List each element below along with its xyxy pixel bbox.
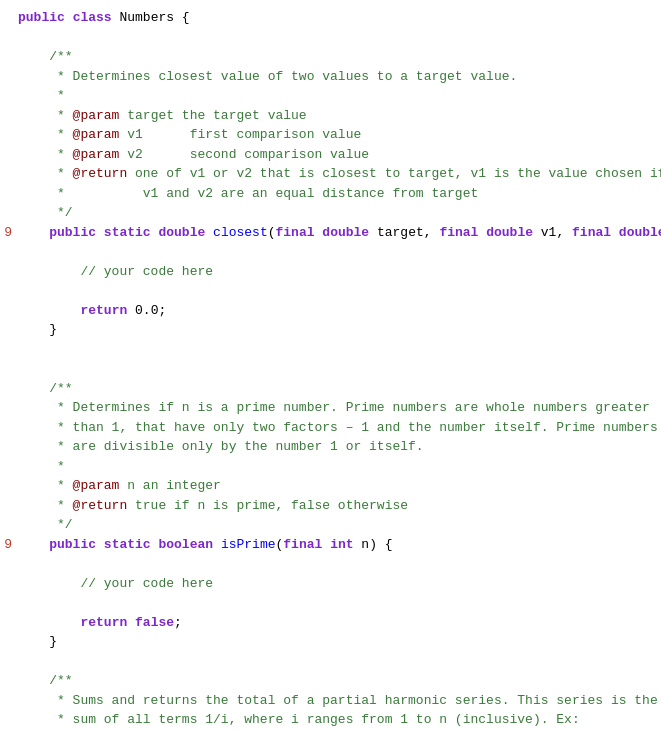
line-content: /**	[14, 47, 661, 67]
token-plain	[611, 225, 619, 240]
code-line	[0, 359, 661, 379]
line-content: * v1 and v2 are an equal distance from t…	[14, 184, 661, 204]
token-cm: /**	[18, 673, 73, 688]
code-line: }	[0, 632, 661, 652]
token-cm: * than 1, that have only two factors – 1…	[18, 420, 658, 435]
code-line: * @param v1 first comparison value	[0, 125, 661, 145]
line-content: return 0.0;	[14, 301, 661, 321]
token-cm: n an integer	[119, 478, 220, 493]
token-plain: v1,	[533, 225, 572, 240]
code-line: */	[0, 203, 661, 223]
token-cm: *	[18, 88, 65, 103]
token-cm: one of v1 or v2 that is closest to targe…	[127, 166, 661, 181]
line-content	[14, 340, 661, 360]
line-content: return false;	[14, 613, 661, 633]
code-editor: public class Numbers { /** * Determines …	[0, 0, 661, 730]
token-plain	[213, 537, 221, 552]
token-cm: true if n is prime, false otherwise	[127, 498, 408, 513]
line-content: }	[14, 320, 661, 340]
code-line	[0, 340, 661, 360]
line-content	[14, 359, 661, 379]
token-cm: *	[18, 166, 73, 181]
code-line: /**	[0, 47, 661, 67]
token-cm: target the target value	[119, 108, 306, 123]
token-kw: return	[80, 303, 127, 318]
token-kw: boolean	[158, 537, 213, 552]
line-content: // your code here	[14, 574, 661, 594]
token-kw: final	[572, 225, 611, 240]
line-content: *	[14, 86, 661, 106]
line-gutter: 9	[0, 223, 14, 243]
token-annot: @param	[73, 147, 120, 162]
line-content: public static double closest(final doubl…	[14, 223, 661, 243]
line-content: * @param v2 second comparison value	[14, 145, 661, 165]
token-plain	[18, 615, 80, 630]
token-annot: @return	[73, 166, 128, 181]
code-line: 9 public static boolean isPrime(final in…	[0, 535, 661, 555]
token-kw: static	[104, 225, 151, 240]
token-kw: public	[18, 10, 65, 25]
code-line	[0, 28, 661, 48]
line-content	[14, 652, 661, 672]
line-content	[14, 593, 661, 613]
code-line	[0, 281, 661, 301]
token-cm: /**	[18, 381, 73, 396]
token-annot: @param	[73, 127, 120, 142]
token-cm: * Determines closest value of two values…	[18, 69, 517, 84]
token-cm: * v1 and v2 are an equal distance from t…	[18, 186, 478, 201]
token-plain: }	[18, 322, 57, 337]
token-cm: /**	[18, 49, 73, 64]
token-kw: false	[135, 615, 174, 630]
code-line: * @return true if n is prime, false othe…	[0, 496, 661, 516]
token-plain	[96, 537, 104, 552]
token-cm: */	[18, 517, 73, 532]
token-method: isPrime	[221, 537, 276, 552]
code-line: // your code here	[0, 574, 661, 594]
token-plain	[18, 537, 49, 552]
code-line	[0, 652, 661, 672]
line-content: * @param v1 first comparison value	[14, 125, 661, 145]
line-content	[14, 28, 661, 48]
token-cm: v1 first comparison value	[119, 127, 361, 142]
token-cm: * Sums and returns the total of a partia…	[18, 693, 658, 708]
token-cm: *	[18, 147, 73, 162]
code-line: * @return one of v1 or v2 that is closes…	[0, 164, 661, 184]
token-kw: return	[80, 615, 127, 630]
token-plain	[65, 10, 73, 25]
code-line	[0, 554, 661, 574]
line-content: * sum of all terms 1/i, where i ranges f…	[14, 710, 661, 730]
token-plain	[96, 225, 104, 240]
token-cm: *	[18, 108, 73, 123]
token-kw: double	[322, 225, 369, 240]
token-plain: ;	[174, 615, 182, 630]
token-plain: target,	[369, 225, 439, 240]
token-plain	[127, 615, 135, 630]
code-line: // your code here	[0, 262, 661, 282]
line-content: * Sums and returns the total of a partia…	[14, 691, 661, 711]
token-kw: final	[276, 225, 315, 240]
token-plain: n) {	[354, 537, 393, 552]
token-cm: * sum of all terms 1/i, where i ranges f…	[18, 712, 580, 727]
line-content: */	[14, 515, 661, 535]
token-kw: double	[619, 225, 661, 240]
code-line: * Sums and returns the total of a partia…	[0, 691, 661, 711]
code-line	[0, 242, 661, 262]
line-content: /**	[14, 671, 661, 691]
code-line: * sum of all terms 1/i, where i ranges f…	[0, 710, 661, 730]
token-cm: *	[18, 478, 73, 493]
code-line: * @param target the target value	[0, 106, 661, 126]
line-content: * than 1, that have only two factors – 1…	[14, 418, 661, 438]
line-content: * @return one of v1 or v2 that is closes…	[14, 164, 661, 184]
token-kw: static	[104, 537, 151, 552]
line-content: /**	[14, 379, 661, 399]
code-line: * v1 and v2 are an equal distance from t…	[0, 184, 661, 204]
code-line: * @param n an integer	[0, 476, 661, 496]
token-plain	[18, 303, 80, 318]
code-line: * than 1, that have only two factors – 1…	[0, 418, 661, 438]
token-kw: final	[283, 537, 322, 552]
token-plain: }	[18, 634, 57, 649]
token-kw: final	[439, 225, 478, 240]
token-kw: class	[73, 10, 112, 25]
line-content: }	[14, 632, 661, 652]
code-line: *	[0, 457, 661, 477]
